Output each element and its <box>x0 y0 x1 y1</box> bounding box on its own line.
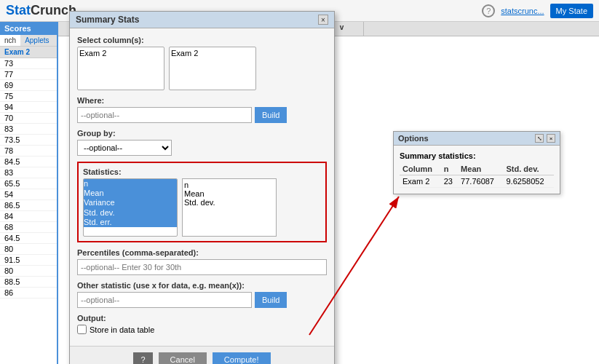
logo-stat: Stat <box>6 3 31 17</box>
stat-n: n <box>84 179 177 189</box>
select-columns-label: Select column(s): <box>77 36 327 44</box>
output-section: Output: Store in data table <box>77 314 327 334</box>
compute-button[interactable]: Compute! <box>213 352 271 364</box>
where-group: Where: Build <box>77 96 327 123</box>
dialog-title-bar: Summary Stats × <box>70 12 334 28</box>
list-item: 84.5 <box>0 157 57 167</box>
cancel-button[interactable]: Cancel <box>159 352 207 364</box>
percentiles-input[interactable] <box>77 259 327 275</box>
list-item: 65.5 <box>0 178 57 189</box>
row-value: 88.5 <box>0 277 57 287</box>
other-stat-group: Other statistic (use x for data, e.g. me… <box>77 281 327 308</box>
result-std-dev: 9.6258052 <box>504 175 555 188</box>
row-value: 84.5 <box>0 157 57 167</box>
summary-stats-dialog: Summary Stats × Select column(s): Exam 2… <box>69 11 335 364</box>
col-header-n: n <box>441 163 458 175</box>
available-columns-list[interactable]: Exam 2 <box>77 47 164 90</box>
row-value: 69 <box>0 80 57 90</box>
list-item: 84 <box>0 211 57 222</box>
row-value: 83 <box>0 167 57 178</box>
options-panel: Options ⤡ × Summary statistics: Column n… <box>393 131 560 194</box>
list-item: 88.5 <box>0 277 57 288</box>
options-title: Options <box>398 134 429 143</box>
dialog-footer: ? Cancel Compute! <box>70 346 334 364</box>
app-logo: StatCrunch <box>6 3 76 18</box>
list-item: 54 <box>0 189 57 200</box>
other-stat-build-button[interactable]: Build <box>255 292 287 308</box>
where-row: Build <box>77 107 327 123</box>
list-item: 94 <box>0 102 57 113</box>
tab-nch[interactable]: nch <box>0 35 20 46</box>
list-item: 83 <box>0 124 57 135</box>
list-item: 75 <box>0 91 57 102</box>
percentiles-label: Percentiles (comma-separated): <box>77 248 327 257</box>
group-by-select[interactable]: --optional-- <box>77 140 172 156</box>
left-col-header: Exam 2 <box>0 47 57 58</box>
stat-mean: Mean <box>84 189 177 198</box>
left-panel-tabs: nch Applets <box>0 35 57 47</box>
row-value: 73.5 <box>0 135 57 145</box>
selected-col-exam2: Exam 2 <box>171 49 254 58</box>
other-stat-row: Build <box>77 292 327 308</box>
stats-inner: n Mean Variance Std. dev. Std. err. n Me… <box>83 178 321 237</box>
help-button[interactable]: ? <box>133 352 152 364</box>
list-item: 68 <box>0 222 57 233</box>
selected-columns-list[interactable]: Exam 2 <box>169 47 256 90</box>
result-n: 23 <box>441 175 458 188</box>
options-icon-buttons: ⤡ × <box>535 134 555 143</box>
row-value: 75 <box>0 91 57 101</box>
left-panel-header: Scores <box>0 22 57 35</box>
group-by-label: Group by: <box>77 129 327 138</box>
store-in-table-label: Store in data table <box>90 325 154 334</box>
statcrunch-link[interactable]: statscrunc... <box>501 7 544 15</box>
options-resize-button[interactable]: ⤡ <box>535 134 544 143</box>
other-stat-input[interactable] <box>77 292 252 308</box>
help-icon[interactable]: ? <box>482 4 495 17</box>
stat-std-err: Std. err. <box>84 218 177 227</box>
group-by-group: Group by: --optional-- <box>77 129 327 156</box>
where-build-button[interactable]: Build <box>255 107 287 123</box>
select-columns-group: Select column(s): Exam 2 Exam 2 <box>77 36 327 90</box>
available-col-exam2: Exam 2 <box>79 49 162 58</box>
row-value: 64.5 <box>0 233 57 243</box>
list-item: 80 <box>0 244 57 255</box>
stat-right-mean: Mean <box>184 189 274 198</box>
stat-std-dev: Std. dev. <box>84 208 177 218</box>
row-value: 73 <box>0 58 57 68</box>
row-value: 78 <box>0 146 57 156</box>
top-right-area: ? statscrunc... My State <box>482 4 593 18</box>
row-value: 77 <box>0 69 57 79</box>
options-title-bar: Options ⤡ × <box>394 132 560 146</box>
col-header-mean: Mean <box>458 163 503 175</box>
list-item: 73 <box>0 58 57 69</box>
stat-right-n: n <box>184 181 274 189</box>
results-table: Column n Mean Std. dev. Exam 2 23 77.760… <box>400 163 554 188</box>
exam2-col-label[interactable]: Exam 2 <box>4 48 52 56</box>
row-value: 68 <box>0 222 57 232</box>
list-item: 86 <box>0 288 57 298</box>
list-item: 64.5 <box>0 233 57 244</box>
my-state-button[interactable]: My State <box>550 4 593 18</box>
row-value: 54 <box>0 189 57 199</box>
stats-available-list[interactable]: n Mean Variance Std. dev. Std. err. <box>83 178 178 237</box>
statistics-section: Statistics: n Mean Variance Std. dev. St… <box>77 162 327 242</box>
store-in-table-checkbox[interactable] <box>77 325 87 334</box>
left-data-rows: 73 77 69 75 94 70 83 73.5 78 84.5 83 65.… <box>0 58 57 298</box>
list-item: 83 <box>0 167 57 178</box>
results-header-row: Column n Mean Std. dev. <box>400 163 554 175</box>
statistics-label: Statistics: <box>83 167 321 176</box>
list-item: 77 <box>0 69 57 80</box>
dialog-title: Summary Stats <box>76 15 139 25</box>
stat-variance: Variance <box>84 198 177 207</box>
stat-right-std-dev: Std. dev. <box>184 198 274 207</box>
where-input[interactable] <box>77 107 252 123</box>
dialog-close-button[interactable]: × <box>318 15 328 25</box>
result-column: Exam 2 <box>400 175 441 188</box>
row-value: 80 <box>0 244 57 254</box>
tab-applets[interactable]: Applets <box>20 35 53 46</box>
store-in-table-row: Store in data table <box>77 325 327 334</box>
list-item: 86.5 <box>0 200 57 211</box>
options-close-button[interactable]: × <box>547 134 555 143</box>
options-body: Summary statistics: Column n Mean Std. d… <box>394 146 560 194</box>
row-value: 94 <box>0 102 57 112</box>
